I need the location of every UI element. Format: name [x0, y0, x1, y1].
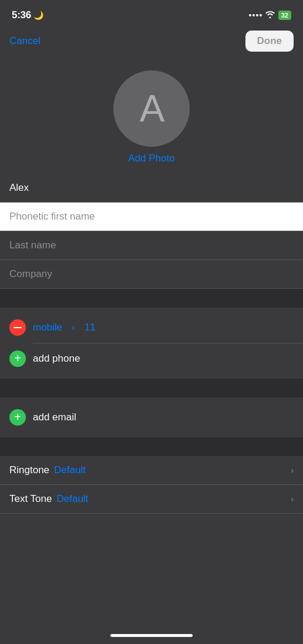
nav-bar: Cancel Done	[0, 26, 303, 59]
email-section: add email	[0, 397, 303, 437]
add-email-label: add email	[33, 412, 76, 423]
ringtone-row[interactable]: Ringtone Default ›	[0, 456, 303, 485]
done-button[interactable]: Done	[245, 31, 294, 52]
settings-section: Ringtone Default › Text Tone Default ›	[0, 456, 303, 514]
form-section: Alex	[0, 174, 303, 289]
phone-value[interactable]: 11	[85, 322, 96, 333]
text-tone-label: Text Tone	[9, 493, 52, 505]
bottom-spacer	[0, 514, 303, 549]
text-tone-left: Text Tone Default	[9, 493, 88, 505]
last-name-input[interactable]	[9, 240, 294, 251]
ringtone-left: Ringtone Default	[9, 464, 86, 476]
ringtone-chevron-icon: ›	[291, 466, 294, 475]
company-input[interactable]	[9, 268, 294, 280]
add-phone-button[interactable]	[9, 350, 26, 367]
status-time: 5:36 🌙	[12, 9, 43, 21]
first-name-display: Alex	[0, 174, 303, 203]
phone-row: mobile › 11	[0, 312, 303, 343]
status-right: 32	[249, 11, 291, 20]
text-tone-value: Default	[56, 493, 88, 505]
ringtone-value: Default	[54, 464, 86, 476]
text-tone-chevron-icon: ›	[291, 494, 294, 504]
spacer-2	[0, 379, 303, 397]
phonetic-first-name-field[interactable]	[0, 203, 303, 231]
phonetic-first-name-input[interactable]	[9, 211, 294, 222]
last-name-field[interactable]	[0, 231, 303, 260]
remove-phone-button[interactable]	[9, 319, 26, 336]
cancel-button[interactable]: Cancel	[9, 35, 41, 47]
spacer-3	[0, 437, 303, 456]
status-bar: 5:36 🌙 32	[0, 0, 303, 26]
add-email-button[interactable]	[9, 409, 26, 426]
phone-label: mobile	[33, 322, 62, 333]
signal-dots	[249, 14, 262, 16]
add-phone-label: add phone	[33, 353, 80, 365]
phone-separator: ›	[72, 322, 75, 333]
ringtone-label: Ringtone	[9, 464, 49, 476]
avatar-letter: A	[140, 87, 164, 130]
spacer-1	[0, 289, 303, 308]
company-field[interactable]	[0, 260, 303, 289]
add-email-row[interactable]: add email	[0, 402, 303, 433]
avatar-section: A Add Photo	[0, 59, 303, 174]
wifi-icon	[265, 11, 275, 20]
battery-indicator: 32	[278, 11, 291, 20]
add-phone-row[interactable]: add phone	[0, 343, 303, 374]
add-photo-button[interactable]: Add Photo	[128, 153, 174, 164]
avatar[interactable]: A	[113, 70, 190, 147]
phone-section: mobile › 11 add phone	[0, 308, 303, 379]
home-indicator	[110, 634, 193, 637]
text-tone-row[interactable]: Text Tone Default ›	[0, 485, 303, 514]
moon-icon: 🌙	[33, 11, 43, 20]
